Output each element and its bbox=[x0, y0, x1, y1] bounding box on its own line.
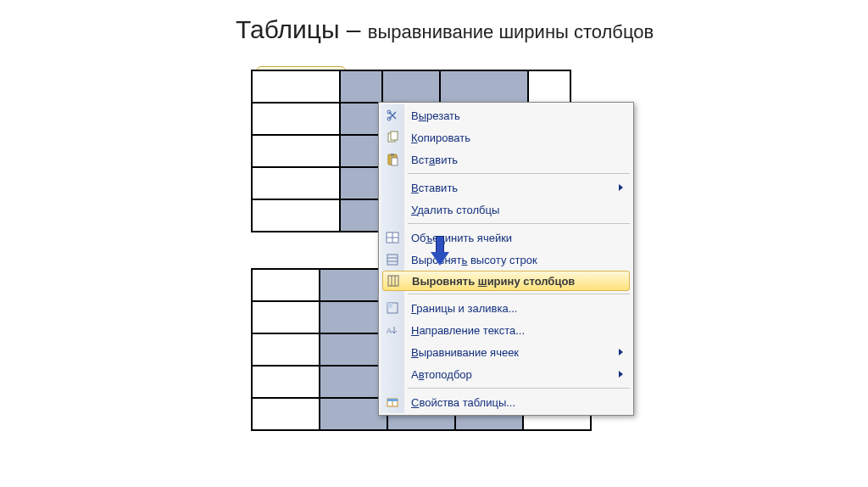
table-cell[interactable] bbox=[252, 135, 340, 167]
distribute-columns-icon bbox=[386, 273, 401, 288]
copy-icon bbox=[385, 130, 400, 145]
distribute-rows-icon bbox=[385, 252, 400, 267]
table-cell[interactable] bbox=[340, 167, 382, 199]
menu-label: Автоподбор bbox=[411, 368, 472, 381]
table-cell[interactable] bbox=[252, 366, 320, 398]
table-cell[interactable] bbox=[252, 333, 320, 366]
table-cell[interactable] bbox=[320, 301, 387, 333]
text-direction-icon: A bbox=[385, 322, 400, 338]
svg-rect-20 bbox=[387, 399, 398, 401]
svg-rect-5 bbox=[391, 154, 394, 156]
table-cell[interactable] bbox=[320, 333, 387, 366]
menu-item-cut[interactable]: Вырезать bbox=[381, 104, 632, 126]
menu-item-text-direction[interactable]: A Направление текста... bbox=[381, 319, 632, 341]
table-cell[interactable] bbox=[320, 366, 387, 398]
menu-label: Копировать bbox=[411, 132, 470, 144]
table-cell[interactable] bbox=[382, 70, 440, 103]
menu-item-distribute-columns[interactable]: Выровнять ширину столбцов bbox=[382, 271, 630, 291]
menu-label: Свойства таблицы... bbox=[411, 396, 515, 409]
submenu-arrow-icon bbox=[619, 349, 623, 355]
menu-item-cell-alignment[interactable]: Выравнивание ячеек bbox=[381, 341, 632, 363]
menu-label: Вставить bbox=[411, 154, 458, 166]
borders-icon bbox=[385, 300, 400, 316]
table-cell[interactable] bbox=[252, 70, 340, 103]
table-properties-icon bbox=[385, 395, 400, 410]
svg-text:A: A bbox=[387, 327, 392, 335]
table-cell[interactable] bbox=[252, 301, 320, 333]
menu-separator bbox=[408, 388, 630, 389]
table-cell[interactable] bbox=[252, 103, 340, 135]
menu-item-table-properties[interactable]: Свойства таблицы... bbox=[381, 391, 632, 413]
table-cell[interactable] bbox=[320, 398, 387, 430]
svg-rect-13 bbox=[388, 276, 398, 286]
menu-label: Вырезать bbox=[411, 109, 460, 122]
title-sub: выравнивание ширины столбцов bbox=[368, 21, 654, 42]
menu-label: Удалить столбцы bbox=[411, 204, 499, 216]
menu-item-copy[interactable]: Копировать bbox=[381, 126, 632, 148]
title-main: Таблицы – bbox=[236, 15, 368, 43]
context-menu: Вырезать Копировать Вставить Вставить Уд… bbox=[378, 102, 634, 416]
table-cell[interactable] bbox=[320, 269, 387, 301]
table-cell[interactable] bbox=[340, 70, 382, 103]
submenu-arrow-icon bbox=[619, 371, 623, 378]
merge-cells-icon bbox=[385, 230, 400, 245]
svg-rect-3 bbox=[391, 132, 398, 140]
table-cell[interactable] bbox=[528, 70, 570, 103]
menu-label: Выровнять ширину столбцов bbox=[412, 275, 575, 288]
menu-label: Объединить ячейки bbox=[411, 232, 512, 244]
menu-item-autofit[interactable]: Автоподбор bbox=[381, 363, 632, 385]
menu-item-paste[interactable]: Вставить bbox=[381, 148, 632, 171]
menu-separator bbox=[408, 173, 630, 174]
menu-item-borders-shading[interactable]: Границы и заливка... bbox=[381, 297, 632, 319]
menu-item-delete-columns[interactable]: Удалить столбцы bbox=[381, 199, 632, 221]
table-cell[interactable] bbox=[252, 167, 340, 199]
menu-separator bbox=[408, 294, 630, 294]
menu-separator bbox=[408, 223, 630, 224]
menu-label: Вставить bbox=[411, 182, 458, 194]
menu-item-distribute-rows[interactable]: Выровнять высоту строк bbox=[381, 249, 632, 271]
menu-item-insert[interactable]: Вставить bbox=[381, 176, 632, 199]
table-cell[interactable] bbox=[252, 398, 320, 430]
cut-icon bbox=[385, 108, 400, 123]
page-title: Таблицы – выравнивание ширины столбцов bbox=[236, 15, 654, 44]
down-arrow-icon bbox=[431, 236, 449, 268]
menu-label: Выравнивание ячеек bbox=[411, 346, 519, 359]
table-cell[interactable] bbox=[340, 199, 382, 232]
table-cell[interactable] bbox=[340, 103, 382, 135]
menu-label: Направление текста... bbox=[411, 324, 525, 337]
submenu-arrow-icon bbox=[619, 184, 623, 191]
table-cell[interactable] bbox=[252, 199, 340, 232]
table-cell[interactable] bbox=[252, 269, 320, 301]
menu-item-merge-cells[interactable]: Объединить ячейки bbox=[381, 227, 632, 249]
table-row bbox=[252, 70, 570, 103]
table-cell[interactable] bbox=[340, 135, 382, 167]
svg-rect-17 bbox=[387, 303, 392, 308]
svg-rect-10 bbox=[387, 255, 398, 265]
svg-rect-6 bbox=[392, 158, 398, 165]
menu-label: Границы и заливка... bbox=[411, 302, 517, 315]
paste-icon bbox=[385, 152, 400, 167]
table-cell[interactable] bbox=[440, 70, 528, 103]
